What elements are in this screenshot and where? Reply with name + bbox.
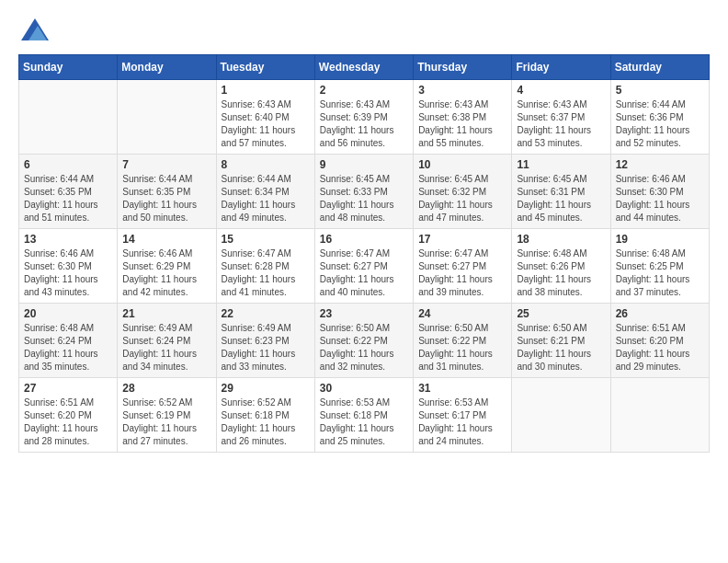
day-info: Sunrise: 6:44 AM Sunset: 6:35 PM Dayligh…	[24, 173, 112, 224]
day-number: 8	[222, 158, 310, 171]
day-info: Sunrise: 6:50 AM Sunset: 6:22 PM Dayligh…	[320, 322, 408, 373]
day-number: 13	[24, 233, 112, 246]
calendar-cell: 25Sunrise: 6:50 AM Sunset: 6:21 PM Dayli…	[512, 304, 610, 378]
day-info: Sunrise: 6:46 AM Sunset: 6:30 PM Dayligh…	[616, 173, 704, 224]
calendar-cell: 9Sunrise: 6:45 AM Sunset: 6:33 PM Daylig…	[314, 155, 413, 229]
day-number: 19	[616, 233, 704, 246]
day-info: Sunrise: 6:49 AM Sunset: 6:24 PM Dayligh…	[122, 322, 210, 373]
day-info: Sunrise: 6:46 AM Sunset: 6:30 PM Dayligh…	[24, 247, 112, 299]
calendar-cell: 5Sunrise: 6:44 AM Sunset: 6:36 PM Daylig…	[610, 80, 709, 155]
weekday-header-row: SundayMondayTuesdayWednesdayThursdayFrid…	[19, 55, 710, 80]
day-number: 16	[320, 233, 408, 246]
calendar-week-5: 27Sunrise: 6:51 AM Sunset: 6:20 PM Dayli…	[19, 378, 710, 453]
calendar-cell: 21Sunrise: 6:49 AM Sunset: 6:24 PM Dayli…	[118, 304, 216, 378]
day-info: Sunrise: 6:48 AM Sunset: 6:25 PM Dayligh…	[616, 247, 704, 299]
day-info: Sunrise: 6:48 AM Sunset: 6:24 PM Dayligh…	[24, 322, 112, 373]
day-number: 18	[517, 233, 605, 246]
day-info: Sunrise: 6:50 AM Sunset: 6:21 PM Dayligh…	[517, 322, 605, 373]
calendar-table: SundayMondayTuesdayWednesdayThursdayFrid…	[18, 54, 710, 453]
calendar-week-4: 20Sunrise: 6:48 AM Sunset: 6:24 PM Dayli…	[19, 304, 710, 378]
day-number: 20	[24, 307, 112, 320]
calendar-cell	[610, 378, 709, 453]
calendar-cell: 10Sunrise: 6:45 AM Sunset: 6:32 PM Dayli…	[414, 155, 512, 229]
weekday-header-tuesday: Tuesday	[216, 55, 314, 80]
logo	[18, 18, 49, 40]
day-number: 7	[122, 158, 210, 171]
day-number: 6	[24, 158, 112, 171]
day-number: 1	[222, 84, 310, 97]
weekday-header-monday: Monday	[118, 55, 216, 80]
calendar-cell: 6Sunrise: 6:44 AM Sunset: 6:35 PM Daylig…	[19, 155, 118, 229]
day-number: 22	[222, 307, 310, 320]
calendar-cell: 30Sunrise: 6:53 AM Sunset: 6:18 PM Dayli…	[314, 378, 413, 453]
day-number: 27	[24, 382, 112, 395]
day-info: Sunrise: 6:47 AM Sunset: 6:27 PM Dayligh…	[320, 247, 408, 299]
calendar-week-3: 13Sunrise: 6:46 AM Sunset: 6:30 PM Dayli…	[19, 229, 710, 304]
calendar-cell: 14Sunrise: 6:46 AM Sunset: 6:29 PM Dayli…	[118, 229, 216, 304]
calendar-cell	[19, 80, 118, 155]
weekday-header-saturday: Saturday	[610, 55, 709, 80]
day-info: Sunrise: 6:43 AM Sunset: 6:37 PM Dayligh…	[517, 98, 605, 150]
calendar-cell: 18Sunrise: 6:48 AM Sunset: 6:26 PM Dayli…	[512, 229, 610, 304]
day-number: 25	[517, 307, 605, 320]
day-number: 23	[320, 307, 408, 320]
calendar-cell: 22Sunrise: 6:49 AM Sunset: 6:23 PM Dayli…	[216, 304, 314, 378]
day-info: Sunrise: 6:52 AM Sunset: 6:18 PM Dayligh…	[222, 396, 310, 448]
calendar-cell: 8Sunrise: 6:44 AM Sunset: 6:34 PM Daylig…	[216, 155, 314, 229]
calendar-cell: 4Sunrise: 6:43 AM Sunset: 6:37 PM Daylig…	[512, 80, 610, 155]
calendar-cell: 29Sunrise: 6:52 AM Sunset: 6:18 PM Dayli…	[216, 378, 314, 453]
day-info: Sunrise: 6:47 AM Sunset: 6:28 PM Dayligh…	[222, 247, 310, 299]
calendar-cell: 12Sunrise: 6:46 AM Sunset: 6:30 PM Dayli…	[610, 155, 709, 229]
weekday-header-wednesday: Wednesday	[314, 55, 413, 80]
calendar-cell: 17Sunrise: 6:47 AM Sunset: 6:27 PM Dayli…	[414, 229, 512, 304]
calendar-cell: 27Sunrise: 6:51 AM Sunset: 6:20 PM Dayli…	[19, 378, 118, 453]
calendar-cell: 7Sunrise: 6:44 AM Sunset: 6:35 PM Daylig…	[118, 155, 216, 229]
weekday-header-sunday: Sunday	[19, 55, 118, 80]
day-number: 26	[616, 307, 704, 320]
calendar-cell	[118, 80, 216, 155]
day-number: 24	[418, 307, 506, 320]
day-info: Sunrise: 6:51 AM Sunset: 6:20 PM Dayligh…	[24, 396, 112, 448]
day-info: Sunrise: 6:50 AM Sunset: 6:22 PM Dayligh…	[418, 322, 506, 373]
day-info: Sunrise: 6:43 AM Sunset: 6:40 PM Dayligh…	[222, 98, 310, 150]
page-header	[18, 18, 710, 40]
day-info: Sunrise: 6:53 AM Sunset: 6:18 PM Dayligh…	[320, 396, 408, 448]
day-number: 15	[222, 233, 310, 246]
day-info: Sunrise: 6:46 AM Sunset: 6:29 PM Dayligh…	[122, 247, 210, 299]
calendar-cell: 20Sunrise: 6:48 AM Sunset: 6:24 PM Dayli…	[19, 304, 118, 378]
day-number: 21	[122, 307, 210, 320]
day-info: Sunrise: 6:44 AM Sunset: 6:36 PM Dayligh…	[616, 98, 704, 150]
calendar-cell	[512, 378, 610, 453]
calendar-cell: 28Sunrise: 6:52 AM Sunset: 6:19 PM Dayli…	[118, 378, 216, 453]
logo-icon	[21, 18, 49, 40]
day-info: Sunrise: 6:45 AM Sunset: 6:33 PM Dayligh…	[320, 173, 408, 224]
calendar-cell: 3Sunrise: 6:43 AM Sunset: 6:38 PM Daylig…	[414, 80, 512, 155]
day-info: Sunrise: 6:45 AM Sunset: 6:32 PM Dayligh…	[418, 173, 506, 224]
calendar-cell: 31Sunrise: 6:53 AM Sunset: 6:17 PM Dayli…	[414, 378, 512, 453]
calendar-cell: 15Sunrise: 6:47 AM Sunset: 6:28 PM Dayli…	[216, 229, 314, 304]
calendar-cell: 1Sunrise: 6:43 AM Sunset: 6:40 PM Daylig…	[216, 80, 314, 155]
weekday-header-friday: Friday	[512, 55, 610, 80]
calendar-cell: 19Sunrise: 6:48 AM Sunset: 6:25 PM Dayli…	[610, 229, 709, 304]
day-info: Sunrise: 6:45 AM Sunset: 6:31 PM Dayligh…	[517, 173, 605, 224]
weekday-header-thursday: Thursday	[414, 55, 512, 80]
day-info: Sunrise: 6:53 AM Sunset: 6:17 PM Dayligh…	[418, 396, 506, 448]
day-number: 14	[122, 233, 210, 246]
day-number: 5	[616, 84, 704, 97]
calendar-week-1: 1Sunrise: 6:43 AM Sunset: 6:40 PM Daylig…	[19, 80, 710, 155]
calendar-week-2: 6Sunrise: 6:44 AM Sunset: 6:35 PM Daylig…	[19, 155, 710, 229]
calendar-cell: 26Sunrise: 6:51 AM Sunset: 6:20 PM Dayli…	[610, 304, 709, 378]
day-info: Sunrise: 6:43 AM Sunset: 6:38 PM Dayligh…	[418, 98, 506, 150]
calendar-cell: 11Sunrise: 6:45 AM Sunset: 6:31 PM Dayli…	[512, 155, 610, 229]
day-number: 11	[517, 158, 605, 171]
day-number: 28	[122, 382, 210, 395]
calendar-cell: 24Sunrise: 6:50 AM Sunset: 6:22 PM Dayli…	[414, 304, 512, 378]
day-number: 4	[517, 84, 605, 97]
calendar-cell: 2Sunrise: 6:43 AM Sunset: 6:39 PM Daylig…	[314, 80, 413, 155]
day-number: 10	[418, 158, 506, 171]
day-number: 9	[320, 158, 408, 171]
calendar-cell: 13Sunrise: 6:46 AM Sunset: 6:30 PM Dayli…	[19, 229, 118, 304]
day-info: Sunrise: 6:44 AM Sunset: 6:34 PM Dayligh…	[222, 173, 310, 224]
day-info: Sunrise: 6:43 AM Sunset: 6:39 PM Dayligh…	[320, 98, 408, 150]
day-number: 29	[222, 382, 310, 395]
